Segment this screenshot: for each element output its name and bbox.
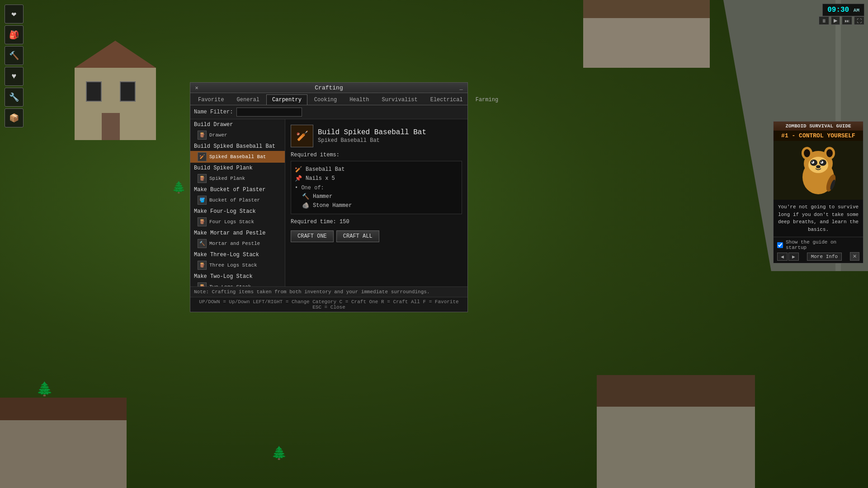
req-icon-nails: 📌 [295, 175, 302, 182]
category-four-log-stack[interactable]: Make Four-Log Stack [190, 206, 285, 216]
detail-subtitle: Spiked Baseball Bat [318, 137, 426, 144]
req-label-hammer: Hammer [313, 193, 332, 200]
svg-point-11 [812, 161, 813, 163]
required-items-label: Required items: [291, 152, 462, 158]
more-info-button[interactable]: More Info [807, 253, 842, 261]
hud-icon-health[interactable]: ❤ [5, 5, 24, 23]
category-build-drawer[interactable]: Build Drawer [190, 119, 285, 129]
hud-icon-heart2[interactable]: ♥ [5, 67, 24, 86]
recipe-four-logs[interactable]: 🪵 Four Logs Stack [190, 216, 285, 228]
building-bottomright [597, 375, 755, 488]
media-expand[interactable]: ⛶ [854, 16, 864, 25]
recipe-icon-mortar: 🔨 [198, 239, 207, 248]
craft-all-button[interactable]: CRAFT ALL [336, 230, 379, 242]
recipe-icon-two-logs: 🪵 [198, 282, 207, 286]
one-of-label: • One of: [295, 183, 458, 192]
hud-icons-container: ❤ 🎒 🔨 ♥ 🔧 📦 [5, 5, 24, 127]
guide-footer: Show the guide on startup ◄ ► More Info … [774, 237, 863, 263]
svg-point-13 [816, 165, 821, 169]
guide-prev-button[interactable]: ◄ [777, 253, 788, 261]
media-fast[interactable]: ⏭ [842, 16, 852, 25]
tab-cooking[interactable]: Cooking [308, 94, 343, 105]
recipe-label-three-logs: Three Logs Stack [209, 263, 257, 268]
name-filter-input[interactable] [236, 108, 302, 117]
guide-bottom-row: ◄ ► More Info ✕ [777, 252, 859, 261]
req-hammer: 🔨 Hammer [295, 192, 458, 201]
guide-close-button[interactable]: ✕ [850, 252, 859, 261]
media-pause[interactable]: ⏸ [819, 16, 829, 25]
category-mortar-pestle[interactable]: Make Mortar and Pestle [190, 228, 285, 238]
survival-guide-panel: ZOMBOID SURVIVAL GUIDE #1 - CONTROL YOUR… [773, 121, 863, 263]
req-stone-hammer: 🪨 Stone Hammer [295, 201, 458, 210]
show-guide-label: Show the guide on startup [786, 239, 859, 250]
name-filter-label: Name Filter: [194, 109, 233, 115]
recipe-mortar[interactable]: 🔨 Mortar and Pestle [190, 238, 285, 249]
tab-farming[interactable]: Farming [470, 94, 504, 105]
guide-number: #1 - CONTROL YOURSELF [774, 131, 863, 141]
raccoon-illustration [791, 143, 845, 197]
recipe-icon-spiked-plank: 🪵 [198, 174, 207, 183]
category-build-spiked-bat[interactable]: Build Spiked Baseball Bat [190, 141, 285, 151]
tab-general[interactable]: General [231, 94, 265, 105]
recipe-icon-bucket-plaster: 🪣 [198, 196, 207, 205]
req-baseball-bat: 🏏 Baseball Bat [295, 165, 458, 174]
clock-time: 09:30 [827, 6, 849, 14]
crafting-window: ✕ Crafting _ Favorite General Carpentry … [190, 82, 468, 312]
requirements-box: 🏏 Baseball Bat 📌 Nails x 5 • One of: 🔨 H… [291, 161, 462, 214]
window-close-button[interactable]: ✕ [193, 84, 200, 91]
hud-icon-box[interactable]: 📦 [5, 108, 24, 127]
req-label-nails: Nails x 5 [306, 175, 335, 182]
req-icon-bat: 🏏 [295, 166, 302, 173]
recipe-label-four-logs: Four Logs Stack [209, 219, 254, 225]
category-build-spiked-plank[interactable]: Build Spiked Plank [190, 163, 285, 173]
detail-title-group: Build Spiked Baseball Bat Spiked Basebal… [318, 128, 426, 144]
building-topleft [75, 41, 156, 140]
req-label-bat: Baseball Bat [306, 166, 344, 173]
craft-buttons: CRAFT ONE CRAFT ALL [291, 230, 462, 242]
tree1: 🌲 [36, 381, 53, 398]
tab-health[interactable]: Health [344, 94, 375, 105]
window-minimize-button[interactable]: _ [458, 84, 465, 91]
detail-header: 🏏 Build Spiked Baseball Bat Spiked Baseb… [291, 125, 462, 147]
svg-point-5 [826, 149, 833, 157]
window-controls: ✕ [193, 84, 200, 91]
raccoon-area [774, 141, 863, 200]
content-row: Build Drawer 🪵 Drawer Build Spiked Baseb… [190, 119, 467, 286]
category-bucket-plaster[interactable]: Make Bucket of Plaster [190, 184, 285, 194]
guide-next-button[interactable]: ► [788, 253, 799, 261]
media-play[interactable]: ▶ [831, 16, 840, 25]
hud-icon-bag[interactable]: 🎒 [5, 25, 24, 44]
building-bottomleft [0, 398, 127, 488]
detail-title: Build Spiked Baseball Bat [318, 128, 426, 136]
guide-nav: ◄ ► [777, 253, 799, 261]
detail-item-icon: 🏏 [291, 125, 313, 147]
recipe-spiked-plank[interactable]: 🪵 Spiked Plank [190, 173, 285, 184]
hud-icon-wrench[interactable]: 🔧 [5, 88, 24, 107]
craft-one-button[interactable]: CRAFT ONE [291, 230, 334, 242]
guide-title: ZOMBOID SURVIVAL GUIDE [774, 122, 863, 131]
tab-survivalist[interactable]: Survivalist [376, 94, 423, 105]
show-guide-checkbox[interactable] [777, 242, 783, 248]
recipe-list: Build Drawer 🪵 Drawer Build Spiked Baseb… [190, 119, 285, 286]
hud-icon-crafting[interactable]: 🔨 [5, 46, 24, 65]
recipe-bucket-plaster[interactable]: 🪣 Bucket of Plaster [190, 194, 285, 206]
clock-ampm: AM [854, 8, 859, 13]
recipe-icon-spiked-bat: 🏏 [198, 152, 207, 161]
recipe-icon-four-logs: 🪵 [198, 217, 207, 226]
detail-panel: 🏏 Build Spiked Baseball Bat Spiked Baseb… [285, 119, 467, 286]
recipe-label-spiked-bat: Spiked Baseball Bat [209, 154, 266, 160]
recipe-spiked-bat[interactable]: 🏏 Spiked Baseball Bat [190, 151, 285, 163]
tab-electrical[interactable]: Electrical [425, 94, 469, 105]
category-three-log-stack[interactable]: Make Three-Log Stack [190, 249, 285, 259]
req-label-stone-hammer: Stone Hammer [313, 202, 352, 209]
tab-favorite[interactable]: Favorite [192, 94, 230, 105]
tab-carpentry[interactable]: Carpentry [266, 94, 307, 105]
svg-point-4 [804, 149, 810, 157]
guide-text: You're not going to survive long if you … [774, 200, 863, 237]
bottom-note: Note: Crafting items taken from both inv… [190, 286, 467, 297]
recipe-three-logs[interactable]: 🪵 Three Logs Stack [190, 259, 285, 271]
recipe-two-logs[interactable]: 🪵 Two Logs Stack [190, 281, 285, 286]
category-two-log-stack[interactable]: Make Two-Log Stack [190, 271, 285, 281]
svg-point-12 [821, 161, 822, 163]
recipe-drawer[interactable]: 🪵 Drawer [190, 129, 285, 141]
